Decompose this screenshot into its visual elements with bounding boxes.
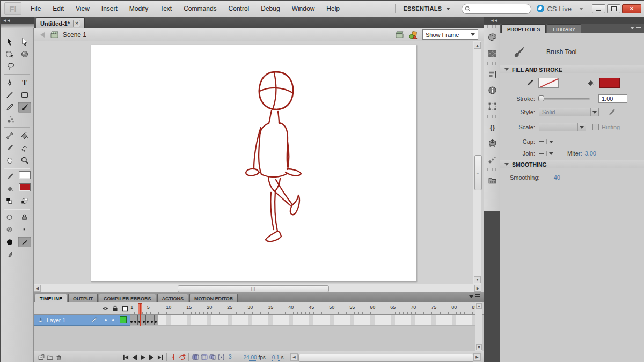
stroke-value-field[interactable]: 1.00 <box>598 94 627 103</box>
swatches-panel-button[interactable] <box>484 45 500 61</box>
brush-tool[interactable] <box>18 102 31 113</box>
workspace-switcher[interactable]: ESSENTIALS <box>399 5 455 12</box>
edit-scene-icon[interactable] <box>395 31 404 39</box>
toolbar-collapse-button[interactable]: ◄◄ <box>1 17 34 24</box>
menu-item-debug[interactable]: Debug <box>255 1 286 17</box>
loop-playback-button[interactable] <box>178 353 186 361</box>
step-forward-button[interactable] <box>147 353 156 361</box>
stroke-color-swatch[interactable] <box>19 171 31 179</box>
timeline-scroll-right-icon[interactable]: ▶ <box>473 353 481 361</box>
scene-breadcrumb[interactable]: Scene 1 <box>63 31 86 39</box>
layer-row[interactable]: Layer 1 <box>34 315 130 326</box>
stage[interactable] <box>91 45 416 282</box>
stage-vertical-scrollbar[interactable]: ▲ ≡ ▼ <box>473 41 481 284</box>
cs-live-chevron-icon[interactable] <box>579 8 583 10</box>
menu-item-insert[interactable]: Insert <box>96 1 123 17</box>
keyframe-2[interactable] <box>134 315 138 325</box>
subselection-tool[interactable] <box>18 36 31 47</box>
stroke-slider[interactable] <box>539 98 590 100</box>
brush-size-button[interactable] <box>3 237 16 247</box>
tab-timeline[interactable]: TIMELINE <box>35 294 67 302</box>
scroll-down-icon[interactable]: ▼ <box>476 344 482 350</box>
menu-item-control[interactable]: Control <box>223 1 255 17</box>
swap-colors-button[interactable] <box>18 196 31 206</box>
timeline-scroll-left-icon[interactable]: ◀ <box>290 353 298 361</box>
stage-zoom-select[interactable]: Show Frame <box>422 29 478 40</box>
search-box[interactable] <box>462 4 531 14</box>
tab-properties[interactable]: PROPERTIES <box>501 24 546 33</box>
object-drawing-toggle[interactable] <box>3 212 16 223</box>
stroke-slider-thumb[interactable] <box>538 95 544 101</box>
keyframe-4[interactable] <box>142 315 147 325</box>
frame-ruler[interactable]: 1510152025303540455055606570758085 <box>130 302 475 315</box>
app-logo[interactable]: Fl <box>4 2 21 15</box>
new-folder-button[interactable] <box>46 353 54 361</box>
align-panel-button[interactable] <box>484 66 500 82</box>
play-button[interactable] <box>138 353 147 361</box>
hand-tool[interactable] <box>3 155 16 166</box>
lock-layers-icon[interactable] <box>112 305 118 312</box>
vscroll-thumb[interactable]: ≡ <box>474 155 482 190</box>
close-tab-icon[interactable]: ✕ <box>73 20 80 27</box>
dock-collapse-button[interactable]: ◄◄ <box>484 17 500 24</box>
pen-tool[interactable] <box>3 77 16 88</box>
stage-horizontal-scrollbar[interactable]: ◀ ||| ▶ <box>34 284 481 292</box>
timeline-vertical-scrollbar[interactable]: ▲ ▼ <box>475 302 482 351</box>
scale-dropdown[interactable] <box>539 123 586 131</box>
info-panel-button[interactable] <box>484 82 500 98</box>
code-snippets-panel-button[interactable]: {} <box>484 119 500 135</box>
dock-grip[interactable] <box>487 115 496 118</box>
layer-outline-color[interactable] <box>120 316 127 323</box>
keyframe-6[interactable] <box>150 315 155 325</box>
modify-markers-button[interactable] <box>217 353 225 361</box>
dock-grip[interactable] <box>487 168 496 171</box>
layer-frames-row[interactable] <box>130 315 475 326</box>
minimize-button[interactable] <box>592 4 605 13</box>
menu-item-window[interactable]: Window <box>286 1 321 17</box>
zoom-tool[interactable] <box>18 155 31 166</box>
onion-skin-outlines-button[interactable] <box>200 353 208 361</box>
hscroll-thumb[interactable]: ||| <box>178 285 329 292</box>
cap-dropdown-chevron[interactable] <box>549 141 553 143</box>
search-input[interactable] <box>473 5 523 12</box>
new-layer-button[interactable] <box>37 353 46 361</box>
current-frame-indicator[interactable]: 3 <box>229 354 232 360</box>
free-transform-tool[interactable] <box>3 49 16 60</box>
dock-grip[interactable] <box>487 62 496 65</box>
smoothing-value[interactable]: 40 <box>554 174 560 181</box>
use-tilt-toggle[interactable] <box>4 249 17 260</box>
menu-item-edit[interactable]: Edit <box>47 1 70 17</box>
close-button[interactable]: ✕ <box>622 4 641 13</box>
line-tool[interactable] <box>3 90 16 100</box>
goto-last-frame-button[interactable] <box>156 353 164 361</box>
delete-layer-button[interactable] <box>54 353 63 361</box>
lasso-tool[interactable] <box>4 61 17 72</box>
eraser-tool[interactable] <box>18 143 31 153</box>
restore-button[interactable] <box>607 4 620 13</box>
menu-item-modify[interactable]: Modify <box>123 1 154 17</box>
edit-multiple-frames-button[interactable] <box>208 353 217 361</box>
3d-rotation-tool[interactable] <box>18 49 31 60</box>
keyframe-7[interactable] <box>155 315 159 325</box>
project-panel-button[interactable] <box>484 172 500 188</box>
keyframe-1[interactable] <box>130 315 134 325</box>
scroll-left-icon[interactable]: ◀ <box>34 285 41 292</box>
black-and-white-button[interactable] <box>3 196 16 206</box>
components-panel-button[interactable] <box>484 135 500 151</box>
dock-grip[interactable] <box>487 25 496 28</box>
layer-name[interactable]: Layer 1 <box>47 317 91 323</box>
section-fill-and-stroke[interactable]: FILL AND STROKE <box>500 65 644 73</box>
elapsed-time-indicator[interactable]: 0.1 s <box>272 354 284 360</box>
fill-color-swatch[interactable] <box>19 183 31 191</box>
document-tab[interactable]: Untitled-1* ✕ <box>36 17 85 29</box>
empty-frames[interactable] <box>158 315 475 325</box>
eyedropper-tool[interactable] <box>3 143 16 153</box>
style-dropdown[interactable]: Solid <box>539 108 599 116</box>
bone-tool[interactable] <box>3 130 16 141</box>
show-hide-layers-icon[interactable] <box>102 306 108 312</box>
edit-symbols-icon[interactable] <box>408 31 418 39</box>
onion-skin-button[interactable] <box>191 353 200 361</box>
frame-rate-indicator[interactable]: 24.00 fps <box>244 354 266 360</box>
tab-library[interactable]: LIBRARY <box>547 24 581 33</box>
scroll-up-icon[interactable]: ▲ <box>474 42 481 49</box>
